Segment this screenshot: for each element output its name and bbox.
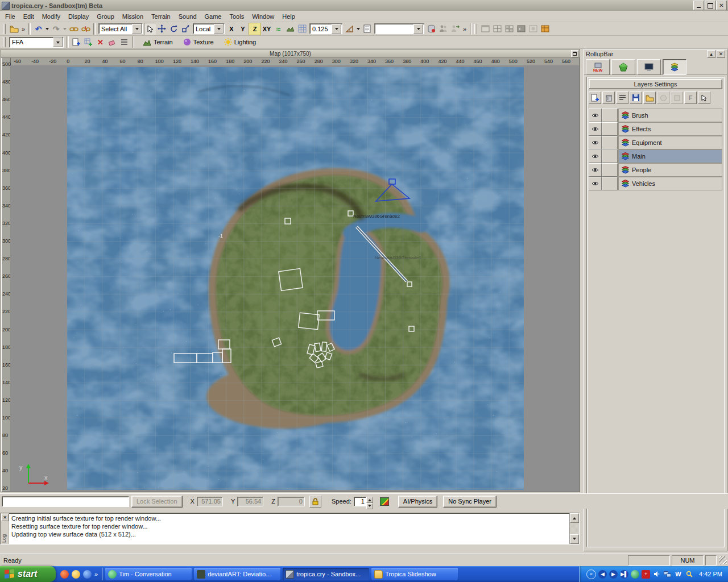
select-mode-combo[interactable]: Select All (98, 23, 143, 34)
ai-physics-button[interactable]: AI/Physics (398, 496, 437, 508)
layout-single-button[interactable] (479, 23, 491, 35)
axis-z-button[interactable]: Z (249, 23, 261, 35)
redo-button[interactable]: ↷ (50, 23, 62, 35)
layout-quad-button[interactable] (503, 23, 515, 35)
menu-item-window[interactable]: Window (248, 11, 278, 22)
tray-antivirus-icon[interactable]: + (642, 570, 650, 579)
add-object-button[interactable] (71, 36, 82, 48)
layer-freeze-button[interactable] (602, 109, 618, 122)
layer-freeze-button[interactable] (602, 177, 618, 190)
freeze-layer-button[interactable] (657, 92, 669, 104)
maximize-button[interactable] (705, 1, 715, 10)
preview-window-button[interactable] (527, 23, 539, 35)
add-layer-button[interactable] (82, 36, 94, 48)
menu-item-edit[interactable]: Edit (19, 11, 38, 22)
load-layer-button[interactable] (643, 92, 656, 104)
delete-layer-button[interactable] (602, 92, 615, 104)
toolbar-overflow-2[interactable]: » (461, 23, 468, 35)
scroll-down-button[interactable] (570, 534, 579, 544)
layer-row-people[interactable]: People (589, 163, 722, 177)
lock-selection-button[interactable]: Lock Selection (131, 496, 183, 508)
layer-cell[interactable]: Main (618, 149, 722, 163)
move-button[interactable] (156, 23, 168, 35)
rename-layer-button[interactable] (616, 92, 628, 104)
log-scrollbar[interactable] (569, 513, 579, 544)
terrain-toggle[interactable]: Terrain (139, 38, 176, 47)
tray-volume-icon[interactable] (652, 570, 661, 579)
layer-freeze-button[interactable] (602, 122, 618, 136)
layer-row-equipment[interactable]: Equipment (589, 136, 722, 149)
lighting-toggle[interactable]: Lighting (221, 37, 260, 47)
tray-media-next-icon[interactable]: ▶▌ (620, 570, 628, 579)
layer-cell[interactable]: Brush (618, 109, 722, 122)
layer-row-vehicles[interactable]: Vehicles (589, 177, 722, 190)
tab-objects[interactable]: NEW (586, 59, 610, 75)
layer-row-main[interactable]: Main (589, 149, 722, 163)
coord-space-combo[interactable]: Local (193, 23, 225, 34)
map-restore-button[interactable] (571, 50, 578, 57)
window-titlebar[interactable]: tropica.cry - Sandbox(tm) Beta ✕ (0, 0, 728, 11)
angle-snap-dropdown[interactable] (355, 23, 361, 35)
menu-item-tools[interactable]: Tools (225, 11, 248, 22)
toolbar-grip[interactable] (3, 24, 6, 34)
quicklaunch-browser-icon[interactable] (83, 570, 92, 579)
task-button-tim-conversation[interactable]: Tim - Conversation (105, 568, 192, 580)
tab-layers[interactable] (663, 59, 686, 75)
map-viewport[interactable]: NeutralAG36Grenade2NeutralAG36Grenade1-1 (67, 67, 524, 490)
freeze-all-button[interactable]: F (684, 92, 697, 104)
rollup-close-button[interactable]: ✕ (717, 50, 725, 58)
layer-visibility-button[interactable] (589, 136, 602, 149)
layer-visibility-button[interactable] (589, 177, 602, 190)
grid-snap-dropdown[interactable] (332, 24, 341, 34)
list-view-button[interactable] (118, 36, 130, 48)
menu-item-file[interactable]: File (1, 11, 19, 22)
rotate-button[interactable] (168, 23, 180, 35)
scroll-track[interactable] (570, 523, 579, 534)
axis-y-button[interactable]: Y (237, 23, 249, 35)
speed-up-button[interactable] (366, 497, 373, 503)
quicklaunch-overflow[interactable]: » (94, 571, 98, 577)
database-view-button[interactable] (539, 23, 551, 35)
notes-button[interactable] (361, 23, 373, 35)
toolbar-grip[interactable] (474, 24, 477, 34)
menu-item-mission[interactable]: Mission (118, 11, 147, 22)
rollup-titlebar[interactable]: RollupBar ▴ ✕ (584, 49, 727, 58)
layer-visibility-button[interactable] (589, 163, 602, 177)
ungroup-button[interactable] (449, 23, 461, 35)
layer-cell[interactable]: Equipment (618, 136, 722, 149)
menu-item-game[interactable]: Game (201, 11, 226, 22)
toolbar-overflow-1[interactable]: » (20, 23, 27, 35)
y-coord-field[interactable]: 56.54 (237, 497, 263, 506)
tab-display[interactable] (637, 59, 661, 75)
layer-cell[interactable]: Effects (618, 122, 722, 136)
layer-select-combo[interactable]: FFA (9, 37, 64, 48)
layer-visibility-button[interactable] (589, 149, 602, 163)
tab-terrain[interactable] (611, 59, 635, 75)
menu-item-sound[interactable]: Sound (175, 11, 201, 22)
selection-name-input[interactable] (2, 496, 129, 507)
tray-media-play-icon[interactable]: ▶ (609, 570, 618, 579)
snap-terrain-button[interactable] (284, 23, 296, 35)
menu-item-terrain[interactable]: Terrain (147, 11, 175, 22)
save-layer-button[interactable] (630, 92, 642, 104)
tray-messenger-icon[interactable] (631, 570, 639, 579)
menu-item-group[interactable]: Group (93, 11, 118, 22)
tray-word-icon[interactable]: W (674, 570, 682, 579)
hide-layer-button[interactable] (671, 92, 683, 104)
layer-visibility-button[interactable] (589, 122, 602, 136)
layer-row-brush[interactable]: Brush (589, 109, 722, 122)
coord-space-dropdown[interactable] (214, 24, 224, 34)
rollup-pin-button[interactable]: ▴ (707, 50, 715, 58)
speed-down-button[interactable] (366, 503, 373, 509)
grid-snap-combo[interactable]: 0.125 (309, 23, 342, 34)
redo-dropdown[interactable] (62, 23, 68, 35)
layer-row-effects[interactable]: Effects (589, 122, 722, 136)
console-window-button[interactable] (515, 23, 527, 35)
quicklaunch-messenger-icon[interactable] (72, 570, 80, 579)
menu-item-display[interactable]: Display (64, 11, 93, 22)
layers-settings-header[interactable]: Layers Settings (589, 79, 722, 89)
scroll-up-button[interactable] (570, 513, 579, 523)
close-button[interactable]: ✕ (716, 1, 727, 10)
start-button[interactable]: start (0, 566, 56, 582)
map-window-titlebar[interactable]: Map (1017x750) (1, 49, 580, 58)
